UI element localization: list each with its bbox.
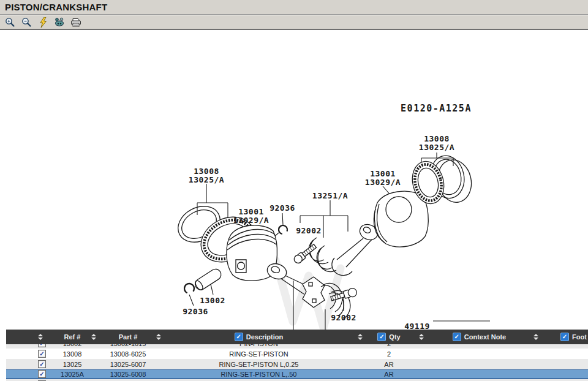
cell-ref: 13025 bbox=[59, 359, 86, 369]
foot-note-checkbox[interactable] bbox=[560, 333, 569, 341]
cell-context-note bbox=[429, 370, 530, 378]
cell-part: 13025-6007 bbox=[101, 359, 155, 369]
cell-context-note bbox=[429, 344, 530, 349]
zoom-out-icon bbox=[21, 17, 32, 28]
header-part[interactable]: Part # bbox=[119, 333, 138, 341]
lightning-icon bbox=[39, 17, 47, 28]
header-foot-note[interactable]: Foot Note bbox=[572, 333, 588, 341]
cell-part: 13002-1015 bbox=[101, 344, 155, 349]
qty-checkbox[interactable] bbox=[377, 333, 386, 341]
cell-foot-note bbox=[542, 359, 588, 369]
figure-icon bbox=[54, 17, 65, 27]
header-ref[interactable]: Ref # bbox=[64, 333, 81, 341]
cell-qty: AR bbox=[364, 370, 413, 378]
cell-foot-note bbox=[542, 370, 588, 378]
clipped-row-wrapper: 13002 13002-1015 PIN-PISTON 2 bbox=[6, 344, 588, 349]
callout-13251A[interactable]: 13251/A bbox=[312, 191, 348, 200]
callout-92036-bottom[interactable]: 92036 bbox=[183, 307, 208, 316]
table-row[interactable]: 13002 13002-1015 PIN-PISTON 2 bbox=[6, 344, 588, 349]
page-title: PISTON/CRANKSHAFT bbox=[5, 2, 107, 12]
cell-ref: 13002 bbox=[59, 344, 86, 349]
table-header: Ref # Part # Description Qty Context Not… bbox=[6, 330, 588, 344]
sort-icon-context[interactable] bbox=[533, 334, 538, 340]
callout-92002-bottom[interactable]: 92002 bbox=[331, 313, 356, 322]
edit-note-icon[interactable] bbox=[38, 350, 46, 358]
cell-description: RING-SET-PISTON L,.50 bbox=[162, 370, 355, 378]
highlight-callouts-button[interactable] bbox=[37, 16, 49, 28]
rod-bolt-upper bbox=[293, 243, 318, 265]
cell-context-note bbox=[429, 359, 530, 369]
zoom-in-button[interactable] bbox=[4, 16, 16, 28]
table-row[interactable]: 13008 13008-6025 RING-SET-PISTON 2 bbox=[6, 349, 588, 359]
header-description[interactable]: Description bbox=[246, 333, 284, 341]
callout-13008-right[interactable]: 13008 bbox=[424, 134, 450, 143]
cell-description: RING-SET-PISTON bbox=[162, 349, 355, 359]
sort-icon-description[interactable] bbox=[358, 334, 363, 340]
printer-icon bbox=[70, 18, 81, 27]
callout-13025A-left[interactable]: 13025/A bbox=[189, 175, 224, 184]
cell-qty: AR bbox=[364, 359, 413, 369]
callout-13002[interactable]: 13002 bbox=[200, 296, 225, 305]
table-row[interactable]: 13025 13025-6007 RING-SET-PISTON L,0.25 … bbox=[6, 359, 588, 369]
piston-pin bbox=[193, 267, 223, 292]
cell-qty: 2 bbox=[364, 344, 413, 349]
callout-13029A-right[interactable]: 13029/A bbox=[365, 178, 401, 187]
connecting-rod-lower bbox=[265, 262, 325, 307]
sort-icon-part[interactable] bbox=[156, 334, 161, 340]
toolbar bbox=[0, 15, 588, 30]
piston-right bbox=[374, 191, 428, 247]
cell-part: 13025-6008 bbox=[101, 370, 155, 378]
description-checkbox[interactable] bbox=[235, 333, 243, 341]
callout-92002-top[interactable]: 92002 bbox=[296, 226, 322, 235]
cell-context-note bbox=[429, 349, 530, 359]
header-context-note[interactable]: Context Note bbox=[464, 333, 506, 341]
sort-icon-qty[interactable] bbox=[419, 334, 424, 340]
edit-note-icon[interactable] bbox=[38, 370, 46, 378]
cell-part: 13008-6025 bbox=[101, 349, 155, 359]
title-bar: PISTON/CRANKSHAFT bbox=[0, 0, 588, 15]
callout-13001-right[interactable]: 13001 bbox=[370, 169, 396, 178]
cell-foot-note bbox=[542, 349, 588, 359]
sort-icon-ref[interactable] bbox=[91, 334, 96, 340]
cell-qty: 2 bbox=[364, 349, 413, 359]
cell-ref: 13025A bbox=[59, 370, 86, 378]
callout-92036-top[interactable]: 92036 bbox=[270, 203, 295, 213]
callout-13025A-right[interactable]: 13025/A bbox=[419, 143, 454, 152]
header-qty[interactable]: Qty bbox=[389, 333, 400, 341]
cell-foot-note bbox=[542, 344, 588, 349]
print-button[interactable] bbox=[70, 16, 82, 28]
table-row-selected[interactable]: 13025A 13025-6008 RING-SET-PISTON L,.50 … bbox=[6, 369, 588, 379]
zoom-out-button[interactable] bbox=[20, 16, 32, 28]
context-note-checkbox[interactable] bbox=[453, 333, 461, 341]
diagram-code: E0120-A125A bbox=[401, 103, 472, 114]
circlip-top bbox=[278, 225, 288, 235]
edit-note-icon[interactable] bbox=[38, 344, 46, 347]
circlip-bottom bbox=[183, 282, 195, 295]
related-view-button[interactable] bbox=[53, 16, 66, 28]
exploded-diagram[interactable]: E0120-A125A 13008 13025/A 13001 13029/A … bbox=[0, 0, 588, 381]
cell-ref: 13008 bbox=[59, 349, 86, 359]
edit-note-icon[interactable] bbox=[38, 360, 46, 368]
cell-description: PIN-PISTON bbox=[162, 344, 355, 349]
parts-table: Ref # Part # Description Qty Context Not… bbox=[6, 330, 588, 381]
sort-icon-ref-pre[interactable] bbox=[38, 334, 43, 340]
zoom-in-icon bbox=[5, 17, 15, 28]
callout-13008-left[interactable]: 13008 bbox=[194, 167, 219, 176]
callout-13001-left[interactable]: 13001 bbox=[238, 207, 264, 216]
callout-13029A-left[interactable]: 13029/A bbox=[233, 216, 269, 225]
cell-description: RING-SET-PISTON L,0.25 bbox=[162, 359, 355, 369]
